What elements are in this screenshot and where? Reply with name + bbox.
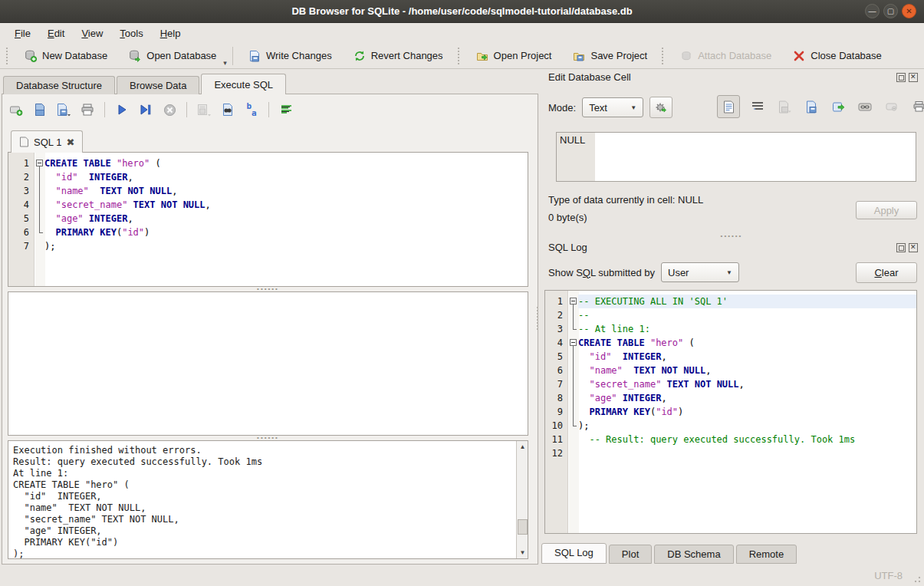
sql-log-view[interactable]: 1-- EXECUTING ALL IN 'SQL 1'2--3-- At li… [544,290,917,534]
import-cell-icon [805,100,818,114]
code-line: 4 "secret_name" TEXT NOT NULL, [8,198,528,212]
sql-document-tab[interactable]: SQL 1 ✖ [11,130,83,153]
find-icon[interactable] [219,101,236,118]
open-sql-file-icon[interactable] [31,101,48,118]
print-cell-button[interactable] [909,97,924,116]
submitted-by-select[interactable]: User▼ [661,262,739,282]
menu-view[interactable]: View [74,25,110,41]
toolbar-handle[interactable] [6,48,10,64]
write-changes-button[interactable]: Write Changes [238,47,342,65]
open-database-dropdown-icon[interactable]: ▾ [223,59,227,68]
code-line: 7 "secret_name" TEXT NOT NULL, [545,377,916,391]
open-project-icon [476,50,488,62]
export-cell-button[interactable] [829,97,847,116]
code-line: 1-- EXECUTING ALL IN 'SQL 1' [545,295,916,308]
print-sql-icon[interactable] [79,101,96,118]
save-cell-button [775,97,794,116]
new-database-icon [25,50,37,62]
format-icon[interactable] [278,101,294,118]
fold-marker-icon[interactable] [570,339,577,346]
sql-toolbar-separator [186,102,187,117]
code-line: 7); [8,239,528,253]
attach-database-icon [680,50,692,62]
open-project-button[interactable]: Open Project [466,47,562,65]
scroll-up-icon[interactable]: ▲ [518,442,528,452]
splitter-handle[interactable]: •••••• [539,234,924,238]
sql-log-header: SQL Log [548,242,918,253]
fold-marker-icon[interactable] [36,160,43,166]
close-icon[interactable]: ✕ [902,4,916,18]
execute-line-icon[interactable] [137,101,154,118]
maximize-icon[interactable]: ▢ [883,4,898,18]
title-bar[interactable]: DB Browser for SQLite - /home/user/code/… [0,0,924,23]
tab-plot[interactable]: Plot [609,545,652,564]
splitter-handle[interactable]: •••••• [8,436,528,440]
code-line: 4CREATE TABLE "hero" ( [545,336,916,350]
cell-size-label: 0 byte(s) [548,212,587,223]
open-database-button[interactable]: Open Database [119,47,226,65]
tab-remote[interactable]: Remote [736,545,797,564]
code-line: 8 "age" INTEGER, [545,391,916,405]
float-panel-icon[interactable] [896,73,906,82]
execute-all-icon[interactable] [113,101,130,118]
apply-gear-button[interactable] [649,97,672,118]
word-wrap-icon [751,101,764,112]
save-sql-file-icon[interactable] [55,101,72,118]
save-project-button[interactable]: Save Project [563,47,657,65]
menu-edit[interactable]: Edit [41,25,71,41]
revert-changes-button[interactable]: Revert Changes [344,47,453,65]
results-message-text: Execution finished without errors. Resul… [13,445,514,558]
mode-select[interactable]: Text▼ [582,97,643,117]
close-database-icon [793,50,805,62]
resize-grip-icon[interactable] [912,574,922,584]
tab-sql-log[interactable]: SQL Log [541,543,607,564]
toolbar-handle[interactable] [662,48,666,64]
clear-button[interactable]: Clear [856,262,917,283]
link-button[interactable] [856,97,874,116]
replace-icon[interactable]: b a [243,101,260,118]
tab-browse-data[interactable]: Browse Data [117,76,199,94]
cell-value: NULL [557,133,595,181]
menu-file[interactable]: File [8,25,38,41]
cell-editor[interactable]: NULL [556,132,916,182]
code-line: 10); [545,419,916,433]
toolbar-handle[interactable] [458,48,462,64]
results-scrollbar[interactable]: ▲ ▼ [516,441,528,558]
results-message-pane[interactable]: Execution finished without errors. Resul… [8,440,528,559]
menu-help[interactable]: Help [153,25,188,41]
import-cell-button[interactable] [802,97,820,116]
new-database-button[interactable]: New Database [15,47,117,65]
sql-toolbar-separator [268,102,269,117]
dock-tab-bar: SQL Log Plot DB Schema Remote [541,543,799,564]
dock-splitter-handle[interactable] [537,307,538,330]
write-changes-icon [248,50,261,62]
scroll-thumb[interactable] [518,519,528,535]
code-line: 1CREATE TABLE "hero" ( [8,156,528,170]
toolbar-separator [232,47,233,65]
encoding-indicator: UTF-8 [874,570,903,581]
right-dock: Edit Database Cell Mode: Text▼ NULL Type… [539,69,924,565]
float-panel-icon[interactable] [896,243,906,252]
word-wrap-button[interactable] [748,97,767,116]
save-cell-icon [778,100,791,114]
status-bar: UTF-8 [0,565,924,586]
close-panel-icon[interactable] [909,243,918,252]
main-toolbar: New Database Open Database ▾ Write Chang… [0,43,924,69]
edit-cell-title: Edit Database Cell [548,71,893,83]
new-sql-tab-icon[interactable] [8,101,25,118]
minimize-icon[interactable]: — [865,4,880,18]
close-panel-icon[interactable] [909,73,918,82]
text-mode-button[interactable] [717,95,740,118]
splitter-handle[interactable]: •••••• [8,287,528,291]
close-sql-tab-icon[interactable]: ✖ [66,137,74,148]
set-null-button [883,97,901,116]
tab-execute-sql[interactable]: Execute SQL [201,74,286,94]
scroll-down-icon[interactable]: ▼ [518,548,528,558]
sql-editor[interactable]: 1CREATE TABLE "hero" (2 "id" INTEGER,3 "… [8,152,528,287]
sql-toolbar-separator [104,102,105,117]
tab-database-structure[interactable]: Database Structure [3,76,115,94]
menu-tools[interactable]: Tools [113,25,150,41]
close-database-button[interactable]: Close Database [783,47,892,65]
tab-db-schema[interactable]: DB Schema [654,545,733,564]
fold-marker-icon[interactable] [570,298,577,305]
